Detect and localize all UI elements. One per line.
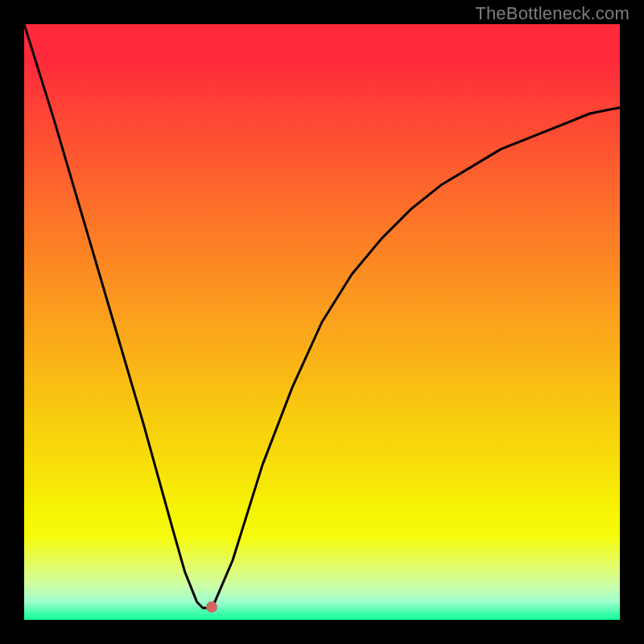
chart-frame: TheBottleneck.com xyxy=(0,0,644,644)
bottleneck-curve xyxy=(24,24,620,608)
watermark-text: TheBottleneck.com xyxy=(475,3,630,24)
curve-svg xyxy=(24,24,620,620)
minimum-marker-dot xyxy=(206,601,217,613)
plot-area xyxy=(24,24,620,620)
